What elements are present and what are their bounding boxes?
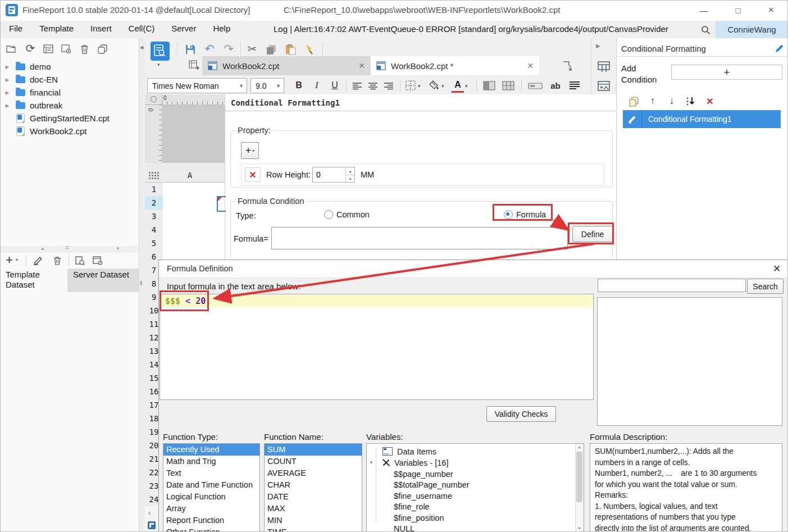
merge-cells-icon[interactable]	[482, 80, 497, 91]
tree-item-financial[interactable]: ▶financial	[0, 86, 139, 99]
row-header[interactable]: 2	[145, 196, 163, 210]
sidebar-splitter[interactable]: ▲ = ▼	[0, 245, 139, 253]
cell[interactable]	[217, 223, 225, 237]
list-item[interactable]: Other Function	[163, 526, 259, 532]
validity-checks-button[interactable]: Validity Checks	[486, 406, 556, 422]
bold-button[interactable]: B	[292, 79, 306, 92]
row-header[interactable]: 5	[145, 237, 163, 251]
paste-icon[interactable]	[283, 42, 298, 56]
font-size-select[interactable]: 9.0 ▼	[250, 78, 284, 93]
list-item[interactable]: Date and Time Function	[163, 479, 259, 491]
open-new-window-icon[interactable]	[561, 60, 575, 72]
select-all-cell[interactable]	[145, 169, 163, 183]
sheet-tab-icon[interactable]	[147, 521, 156, 530]
tree-item-variable[interactable]: $$totalPage_number	[394, 480, 579, 491]
list-item[interactable]: COUNT	[265, 456, 362, 467]
new-report-icon[interactable]	[188, 60, 201, 72]
delete-icon[interactable]	[78, 42, 91, 56]
function-name-list[interactable]: SUM COUNT AVERAGE CHAR DATE MAX MIN TIME	[264, 443, 362, 532]
menu-item-help[interactable]: Help	[213, 21, 230, 36]
list-item[interactable]: Recently Used	[163, 444, 259, 456]
spinner-down-icon[interactable]: ▼	[346, 175, 354, 183]
font-color-icon[interactable]: A	[452, 79, 464, 93]
refresh-icon[interactable]: ⟳	[24, 41, 37, 56]
spinner-buttons[interactable]: ▲ ▼	[345, 167, 354, 182]
tree-item-variable[interactable]: $fine_username	[394, 490, 579, 502]
move-down-icon[interactable]: ↓	[666, 95, 678, 107]
tab-workbook2[interactable]: WorkBook2.cpt ✕	[202, 56, 371, 75]
tree-item-variable[interactable]: $$page_number	[394, 469, 579, 480]
maximize-button[interactable]: □	[730, 3, 746, 17]
edit-condition-icon[interactable]	[623, 110, 642, 128]
list-item[interactable]: MAX	[265, 503, 362, 515]
settings-file-icon[interactable]	[60, 42, 73, 56]
cell[interactable]	[217, 183, 225, 197]
list-item[interactable]: CHAR	[265, 479, 362, 491]
tree-item-variable[interactable]: $fine_role	[394, 502, 579, 513]
chevron-expanded-icon[interactable]: ▼	[367, 460, 376, 465]
cell[interactable]	[163, 196, 217, 210]
justify-icon[interactable]	[567, 80, 582, 91]
preview-icon[interactable]	[151, 42, 170, 61]
remove-property-icon[interactable]: ✕	[245, 167, 261, 182]
list-item[interactable]: TIME	[265, 526, 362, 532]
text-ab-icon[interactable]: ab	[548, 79, 563, 92]
dialog-close-icon[interactable]: ✕	[770, 262, 784, 275]
list-item[interactable]: Text	[163, 467, 259, 479]
radio-circle-icon[interactable]	[324, 210, 333, 219]
spinner-up-icon[interactable]: ▲	[346, 167, 354, 175]
font-color-caret-icon[interactable]: ▾	[465, 83, 468, 89]
save-icon[interactable]	[183, 43, 198, 56]
align-right-icon[interactable]	[382, 80, 395, 92]
undo-icon[interactable]: ↶	[202, 42, 217, 56]
italic-button[interactable]: I	[310, 79, 324, 92]
close-button[interactable]: ×	[763, 3, 780, 17]
underline-button[interactable]: U	[328, 79, 341, 92]
scrollbar-track[interactable]: ▲ ▼	[575, 444, 584, 531]
variables-tree[interactable]: Data Items ▼ Variables - [16] $$page_num…	[366, 443, 584, 532]
tab-workbook2-modified[interactable]: WorkBook2.cpt * ✕	[371, 56, 539, 75]
tree-item-gettingstarted[interactable]: GettingStartedEN.cpt	[0, 112, 139, 125]
menu-item-file[interactable]: File	[9, 21, 22, 36]
cell[interactable]	[217, 237, 225, 251]
redo-icon[interactable]: ↷	[221, 42, 236, 56]
menu-item-insert[interactable]: Insert	[90, 21, 112, 36]
scroll-down-icon[interactable]: ▼	[577, 526, 581, 530]
scroll-up-icon[interactable]: ▲	[577, 445, 581, 449]
cut-icon[interactable]: ✂	[245, 42, 259, 56]
search-button[interactable]: Search	[747, 279, 784, 294]
expand-panel-icon[interactable]: ▶	[596, 43, 600, 49]
text-field-icon[interactable]	[527, 82, 544, 90]
list-item[interactable]: Report Function	[163, 515, 259, 526]
copy-condition-icon[interactable]	[627, 96, 640, 108]
duplicate-icon[interactable]	[95, 42, 109, 56]
cell[interactable]	[163, 210, 217, 224]
formula-line[interactable]: $$$ < 20	[161, 295, 593, 307]
tree-item-doc-en[interactable]: ▶doc-EN	[0, 73, 139, 86]
scroll-left-icon[interactable]: ‹	[148, 508, 151, 517]
list-item[interactable]: SUM	[265, 444, 362, 456]
cell[interactable]	[163, 237, 217, 251]
row-height-spinner[interactable]: ▲ ▼	[312, 167, 355, 183]
scrollbar-thumb[interactable]	[576, 452, 582, 502]
formula-input[interactable]	[271, 227, 568, 249]
borders-caret-icon[interactable]: ▾	[418, 83, 421, 89]
close-tab-icon[interactable]: ✕	[521, 61, 539, 70]
chevron-right-icon[interactable]: ▶	[4, 64, 10, 70]
tree-item-data-items[interactable]: Data Items	[367, 446, 580, 457]
tree-item-workbook2[interactable]: WorkBook2.cpt	[0, 125, 139, 138]
row-height-input[interactable]	[313, 167, 348, 182]
radio-formula[interactable]: Formula	[504, 210, 546, 219]
fill-color-icon[interactable]	[428, 79, 440, 92]
chevron-right-icon[interactable]: ▶	[4, 103, 10, 108]
splitter-handle-icon[interactable]: =	[65, 244, 69, 252]
search-icon[interactable]	[699, 24, 712, 36]
radio-circle-icon[interactable]	[504, 210, 513, 219]
close-tab-icon[interactable]: ✕	[353, 61, 371, 70]
log-alert-text[interactable]: Log | Alert:16:47:02 AWT-EventQueue-0 ER…	[274, 24, 668, 34]
user-account[interactable]: ConnieWang	[716, 21, 788, 38]
preview-caret-icon[interactable]: ▾	[157, 62, 160, 67]
row-header[interactable]: 3	[145, 210, 163, 224]
radio-common[interactable]: Common	[324, 210, 370, 219]
delete-dataset-icon[interactable]	[51, 254, 64, 267]
